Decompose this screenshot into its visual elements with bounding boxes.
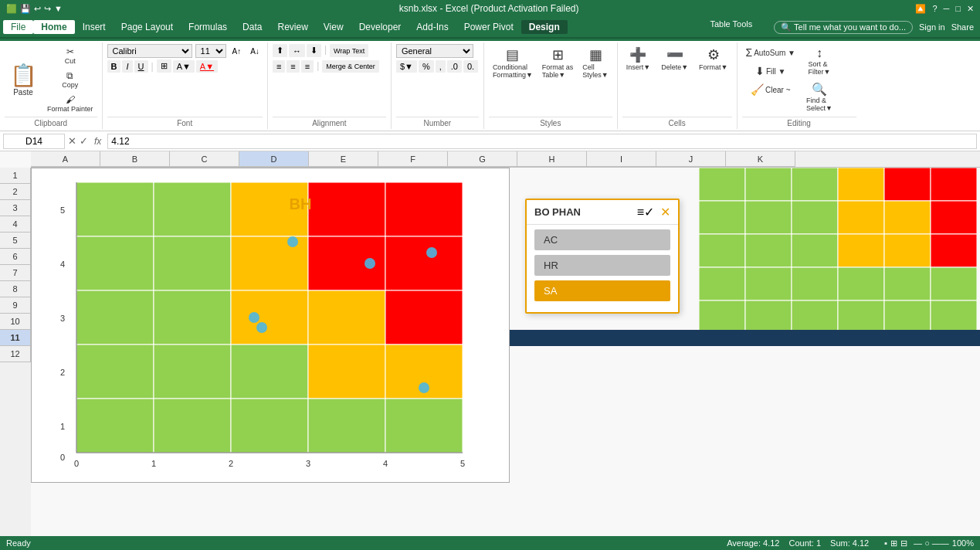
menu-home[interactable]: Home	[33, 20, 74, 34]
quick-access-more[interactable]: ▼	[54, 4, 63, 13]
menu-data[interactable]: Data	[235, 20, 270, 34]
comma-btn[interactable]: ,	[436, 60, 446, 73]
col-header-d[interactable]: D	[239, 151, 309, 167]
font-size-select[interactable]: 11	[195, 44, 226, 58]
share-btn[interactable]: Share	[951, 22, 974, 32]
filter-clear-icon[interactable]: ✕	[660, 205, 670, 219]
underline-button[interactable]: U	[134, 60, 148, 73]
increase-font-btn[interactable]: A↑	[229, 46, 245, 57]
delete-button[interactable]: ➖Delete▼	[657, 44, 692, 73]
col-header-h[interactable]: H	[517, 151, 587, 167]
quick-access-save[interactable]: 💾	[20, 4, 31, 14]
formula-icon-cancel[interactable]: ✕	[68, 135, 76, 147]
align-top-btn[interactable]: ⬆	[273, 44, 287, 57]
paste-button[interactable]: 📋 Paste	[5, 58, 42, 101]
col-header-a[interactable]: A	[31, 151, 100, 167]
percent-btn[interactable]: %	[419, 60, 434, 73]
font-name-select[interactable]: Calibri	[107, 44, 192, 58]
col-header-f[interactable]: F	[378, 151, 448, 167]
italic-button[interactable]: I	[122, 60, 132, 73]
ribbon-collapse[interactable]: 🔼	[915, 4, 926, 14]
filter-checkall-icon[interactable]: ≡✓	[637, 205, 654, 219]
menu-developer[interactable]: Developer	[351, 20, 409, 34]
decrease-font-btn[interactable]: A↓	[247, 46, 263, 57]
align-middle-btn[interactable]: ↔	[289, 44, 305, 57]
cell-reference-input[interactable]	[3, 134, 65, 149]
menu-page-layout[interactable]: Page Layout	[114, 20, 181, 34]
format-button[interactable]: ⚙Format▼	[695, 44, 731, 73]
filter-item-hr[interactable]: HR	[534, 255, 670, 276]
menu-formulas[interactable]: Formulas	[181, 20, 235, 34]
increase-decimal-btn[interactable]: .0	[447, 60, 462, 73]
sort-filter-button[interactable]: ↕Sort &Filter▼	[802, 44, 836, 78]
formula-icon-fx[interactable]: fx	[91, 136, 104, 147]
clear-button[interactable]: 🧹 Clear ~	[742, 81, 799, 98]
page-layout-btn[interactable]: ⊞	[890, 538, 897, 548]
align-left-btn[interactable]: ≡	[273, 60, 285, 73]
filter-item-sa[interactable]: SA	[534, 280, 670, 301]
page-break-btn[interactable]: ⊟	[900, 538, 907, 548]
cut-button[interactable]: ✂ Cut	[43, 44, 97, 67]
menu-add-ins[interactable]: Add-Ins	[409, 20, 456, 34]
col-header-i[interactable]: I	[587, 151, 656, 167]
close-btn[interactable]: ✕	[967, 4, 974, 14]
row-9[interactable]: 9	[0, 297, 31, 314]
menu-file[interactable]: File	[3, 20, 33, 34]
row-4[interactable]: 4	[0, 216, 31, 233]
formula-icon-confirm[interactable]: ✓	[80, 135, 88, 147]
wrap-text-button[interactable]: Wrap Text	[330, 44, 368, 57]
row-3[interactable]: 3	[0, 200, 31, 216]
align-center-btn[interactable]: ≡	[287, 60, 299, 73]
conditional-formatting-button[interactable]: ▤ConditionalFormatting▼	[489, 44, 537, 81]
col-header-e[interactable]: E	[309, 151, 378, 167]
menu-view[interactable]: View	[316, 20, 351, 34]
row-11[interactable]: 11	[0, 330, 31, 346]
row-1[interactable]: 1	[0, 168, 31, 184]
find-select-button[interactable]: 🔍Find &Select▼	[802, 80, 836, 114]
insert-button[interactable]: ➕Insert▼	[622, 44, 654, 73]
row-6[interactable]: 6	[0, 249, 31, 265]
row-5[interactable]: 5	[0, 233, 31, 249]
col-header-b[interactable]: B	[100, 151, 170, 167]
row-2[interactable]: 2	[0, 184, 31, 200]
row-7[interactable]: 7	[0, 265, 31, 281]
quick-access-undo[interactable]: ↩	[34, 4, 41, 14]
row-12[interactable]: 12	[0, 346, 31, 362]
menu-design[interactable]: Design	[521, 20, 568, 34]
row-10[interactable]: 10	[0, 314, 31, 330]
cell-styles-button[interactable]: ▦CellStyles▼	[578, 44, 612, 81]
filter-item-ac[interactable]: AC	[534, 229, 670, 250]
autosum-button[interactable]: Σ AutoSum ▼	[742, 44, 799, 61]
menu-insert[interactable]: Insert	[75, 20, 114, 34]
col-header-j[interactable]: J	[656, 151, 726, 167]
sign-in-btn[interactable]: Sign in	[919, 22, 945, 32]
border-button[interactable]: ⊞	[157, 59, 171, 73]
quick-access-redo[interactable]: ↪	[44, 4, 51, 14]
normal-view-btn[interactable]: ▪	[884, 538, 887, 548]
align-right-btn[interactable]: ≡	[301, 60, 314, 73]
col-header-c[interactable]: C	[170, 151, 239, 167]
merge-center-button[interactable]: Merge & Center	[322, 60, 379, 73]
row-8[interactable]: 8	[0, 281, 31, 297]
number-format-select[interactable]: General	[396, 44, 473, 58]
currency-btn[interactable]: $▼	[396, 60, 417, 73]
format-as-table-button[interactable]: ⊞Format asTable▼	[538, 44, 578, 81]
col-header-g[interactable]: G	[448, 151, 517, 167]
maximize-btn[interactable]: □	[955, 4, 961, 13]
copy-button[interactable]: ⧉ Copy	[43, 68, 97, 91]
tell-me-box[interactable]: 🔍 Tell me what you want to do...	[774, 21, 913, 34]
decrease-decimal-btn[interactable]: 0.	[463, 60, 478, 73]
font-color-button[interactable]: A▼	[196, 60, 218, 73]
minimize-btn[interactable]: ─	[944, 4, 950, 13]
bold-button[interactable]: B	[107, 60, 121, 73]
formula-input[interactable]	[107, 134, 977, 149]
help-icon[interactable]: ?	[932, 4, 937, 13]
align-bottom-btn[interactable]: ⬇	[307, 44, 321, 57]
format-painter-button[interactable]: 🖌 Format Painter	[43, 92, 97, 115]
fill-button[interactable]: ⬇ Fill ▼	[742, 63, 799, 80]
fill-color-button[interactable]: A▼	[173, 60, 195, 73]
menu-review[interactable]: Review	[270, 20, 315, 34]
col-header-k[interactable]: K	[726, 151, 795, 167]
zoom-slider[interactable]: — ○ ——	[914, 538, 949, 548]
menu-power-pivot[interactable]: Power Pivot	[456, 20, 521, 34]
